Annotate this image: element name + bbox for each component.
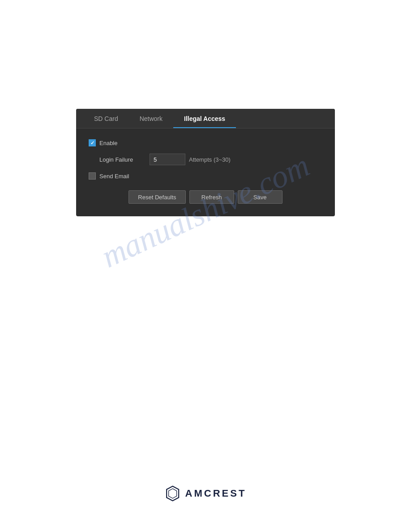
page-container: SD Card Network Illegal Access Enable Lo… (0, 0, 411, 532)
reset-defaults-button[interactable]: Reset Defaults (128, 190, 185, 204)
footer-logo: AMCREST (165, 485, 247, 502)
amcrest-logo-text: AMCREST (185, 488, 247, 499)
tab-bar: SD Card Network Illegal Access (76, 109, 335, 129)
send-email-label: Send Email (99, 173, 129, 180)
dialog-panel: SD Card Network Illegal Access Enable Lo… (76, 109, 335, 216)
login-failure-label: Login Failure (99, 156, 144, 163)
tab-sd-card[interactable]: SD Card (83, 110, 129, 128)
tab-sd-card-label: SD Card (94, 115, 118, 122)
refresh-button[interactable]: Refresh (189, 190, 234, 204)
attempts-hint: Attempts (3~30) (189, 156, 231, 163)
attempts-input[interactable] (150, 154, 185, 165)
button-row: Reset Defaults Refresh Save (89, 190, 322, 204)
tab-illegal-access[interactable]: Illegal Access (173, 110, 236, 128)
enable-checkbox[interactable] (89, 139, 96, 146)
send-email-checkbox[interactable] (89, 172, 96, 180)
tab-network[interactable]: Network (129, 110, 173, 128)
tab-illegal-access-label: Illegal Access (184, 115, 225, 122)
content-area: Enable Login Failure Attempts (3~30) Sen… (76, 129, 335, 216)
enable-label: Enable (99, 140, 117, 146)
enable-row: Enable (89, 139, 322, 146)
login-failure-row: Login Failure Attempts (3~30) (89, 154, 322, 165)
tab-network-label: Network (140, 115, 163, 122)
svg-marker-1 (169, 489, 177, 498)
amcrest-logo-icon (165, 485, 181, 502)
save-button[interactable]: Save (238, 190, 283, 204)
send-email-row: Send Email (89, 172, 322, 180)
